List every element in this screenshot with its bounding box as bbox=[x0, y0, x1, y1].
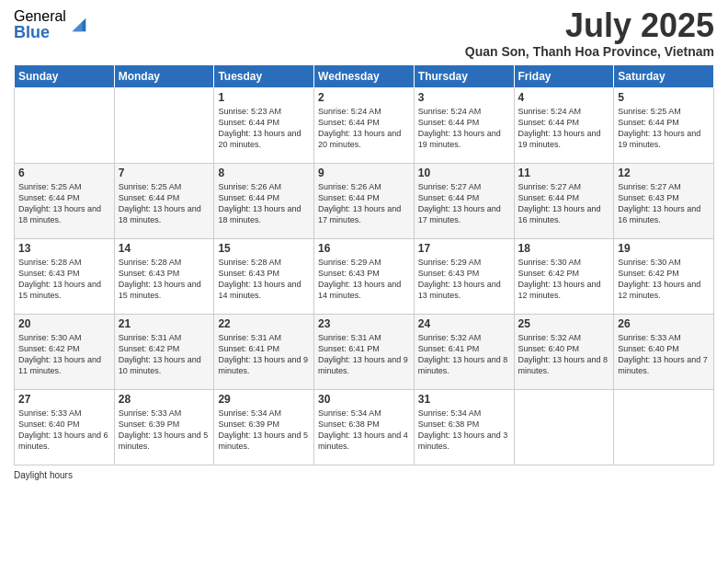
day-number: 14 bbox=[119, 242, 210, 255]
sunset-text: Sunset: 6:41 PM bbox=[318, 344, 380, 353]
cell-content: Sunrise: 5:31 AM Sunset: 6:41 PM Dayligh… bbox=[218, 332, 310, 377]
table-row: 28 Sunrise: 5:33 AM Sunset: 6:39 PM Dayl… bbox=[114, 390, 214, 465]
sunset-text: Sunset: 6:42 PM bbox=[18, 344, 80, 353]
table-row: 9 Sunrise: 5:26 AM Sunset: 6:44 PM Dayli… bbox=[314, 164, 415, 239]
sunset-text: Sunset: 6:42 PM bbox=[518, 269, 580, 278]
sunset-text: Sunset: 6:44 PM bbox=[518, 118, 580, 127]
footer-note: Daylight hours bbox=[14, 470, 714, 480]
daylight-text: Daylight: 13 hours and 5 minutes. bbox=[119, 431, 209, 451]
cell-content: Sunrise: 5:26 AM Sunset: 6:44 PM Dayligh… bbox=[318, 181, 410, 226]
sunset-text: Sunset: 6:43 PM bbox=[218, 269, 279, 278]
cell-content: Sunrise: 5:23 AM Sunset: 6:44 PM Dayligh… bbox=[218, 106, 310, 151]
day-number: 25 bbox=[518, 317, 610, 330]
sunset-text: Sunset: 6:44 PM bbox=[18, 193, 80, 202]
sunrise-text: Sunrise: 5:34 AM bbox=[218, 408, 281, 418]
cell-content: Sunrise: 5:34 AM Sunset: 6:38 PM Dayligh… bbox=[418, 408, 510, 453]
sunrise-text: Sunrise: 5:25 AM bbox=[18, 182, 82, 191]
sunset-text: Sunset: 6:40 PM bbox=[18, 419, 80, 429]
daylight-text: Daylight: 13 hours and 15 minutes. bbox=[18, 280, 101, 300]
daylight-text: Daylight: 13 hours and 19 minutes. bbox=[418, 129, 501, 149]
day-number: 18 bbox=[518, 242, 610, 255]
day-number: 28 bbox=[119, 393, 210, 406]
daylight-text: Daylight: 13 hours and 14 minutes. bbox=[318, 280, 401, 300]
table-row: 25 Sunrise: 5:32 AM Sunset: 6:40 PM Dayl… bbox=[514, 315, 614, 390]
sunrise-text: Sunrise: 5:33 AM bbox=[618, 333, 681, 342]
sunset-text: Sunset: 6:44 PM bbox=[218, 118, 279, 127]
cell-content: Sunrise: 5:27 AM Sunset: 6:43 PM Dayligh… bbox=[618, 181, 710, 226]
month-title: July 2025 bbox=[465, 9, 714, 42]
daylight-text: Daylight: 13 hours and 11 minutes. bbox=[18, 355, 101, 375]
daylight-text: Daylight: 13 hours and 6 minutes. bbox=[18, 431, 108, 451]
cell-content: Sunrise: 5:28 AM Sunset: 6:43 PM Dayligh… bbox=[218, 257, 310, 302]
sunrise-text: Sunrise: 5:23 AM bbox=[218, 107, 281, 116]
logo-text: General Blue bbox=[14, 9, 66, 40]
sunset-text: Sunset: 6:43 PM bbox=[418, 269, 480, 278]
day-number: 21 bbox=[119, 317, 210, 330]
calendar-table: Sunday Monday Tuesday Wednesday Thursday… bbox=[14, 64, 714, 465]
day-number: 19 bbox=[618, 242, 710, 255]
daylight-text: Daylight: 13 hours and 16 minutes. bbox=[618, 204, 700, 224]
sunrise-text: Sunrise: 5:24 AM bbox=[318, 107, 381, 116]
day-number: 24 bbox=[418, 317, 510, 330]
day-number: 31 bbox=[418, 393, 510, 406]
day-number: 10 bbox=[418, 167, 510, 179]
cell-content: Sunrise: 5:27 AM Sunset: 6:44 PM Dayligh… bbox=[418, 181, 510, 226]
cell-content: Sunrise: 5:24 AM Sunset: 6:44 PM Dayligh… bbox=[518, 106, 610, 151]
cell-content: Sunrise: 5:29 AM Sunset: 6:43 PM Dayligh… bbox=[418, 257, 510, 302]
cell-content: Sunrise: 5:24 AM Sunset: 6:44 PM Dayligh… bbox=[318, 106, 410, 151]
sunrise-text: Sunrise: 5:30 AM bbox=[518, 258, 582, 267]
table-row: 22 Sunrise: 5:31 AM Sunset: 6:41 PM Dayl… bbox=[214, 315, 314, 390]
cell-content: Sunrise: 5:29 AM Sunset: 6:43 PM Dayligh… bbox=[318, 257, 410, 302]
sunrise-text: Sunrise: 5:33 AM bbox=[18, 408, 82, 418]
sunrise-text: Sunrise: 5:28 AM bbox=[119, 258, 182, 267]
daylight-text: Daylight: 13 hours and 18 minutes. bbox=[18, 204, 101, 224]
day-number: 20 bbox=[18, 317, 110, 330]
table-row: 5 Sunrise: 5:25 AM Sunset: 6:44 PM Dayli… bbox=[614, 88, 714, 164]
table-row bbox=[614, 390, 714, 465]
sunrise-text: Sunrise: 5:26 AM bbox=[218, 182, 281, 191]
sunset-text: Sunset: 6:42 PM bbox=[119, 344, 180, 353]
cell-content: Sunrise: 5:30 AM Sunset: 6:42 PM Dayligh… bbox=[18, 332, 110, 377]
cell-content: Sunrise: 5:32 AM Sunset: 6:40 PM Dayligh… bbox=[518, 332, 610, 377]
daylight-text: Daylight: 13 hours and 12 minutes. bbox=[518, 280, 601, 300]
sunrise-text: Sunrise: 5:29 AM bbox=[318, 258, 381, 267]
sunset-text: Sunset: 6:39 PM bbox=[218, 419, 279, 429]
sunset-text: Sunset: 6:41 PM bbox=[218, 344, 279, 353]
sunrise-text: Sunrise: 5:32 AM bbox=[518, 333, 582, 342]
title-block: July 2025 Quan Son, Thanh Hoa Province, … bbox=[465, 9, 714, 59]
sunrise-text: Sunrise: 5:30 AM bbox=[618, 258, 681, 267]
cell-content: Sunrise: 5:25 AM Sunset: 6:44 PM Dayligh… bbox=[618, 106, 710, 151]
page: General Blue July 2025 Quan Son, Thanh H… bbox=[0, 0, 728, 563]
table-row: 15 Sunrise: 5:28 AM Sunset: 6:43 PM Dayl… bbox=[214, 239, 314, 315]
sunrise-text: Sunrise: 5:25 AM bbox=[119, 182, 182, 191]
sunrise-text: Sunrise: 5:32 AM bbox=[418, 333, 482, 342]
daylight-text: Daylight: 13 hours and 17 minutes. bbox=[418, 204, 501, 224]
day-number: 30 bbox=[318, 393, 410, 406]
table-row: 6 Sunrise: 5:25 AM Sunset: 6:44 PM Dayli… bbox=[15, 164, 115, 239]
sunrise-text: Sunrise: 5:26 AM bbox=[318, 182, 381, 191]
day-number: 6 bbox=[18, 167, 110, 179]
daylight-text: Daylight: 13 hours and 13 minutes. bbox=[418, 280, 501, 300]
col-friday: Friday bbox=[514, 65, 614, 88]
sunset-text: Sunset: 6:44 PM bbox=[418, 193, 480, 202]
table-row bbox=[15, 88, 115, 164]
daylight-text: Daylight: 13 hours and 19 minutes. bbox=[618, 129, 700, 149]
day-number: 2 bbox=[318, 91, 410, 104]
header: General Blue July 2025 Quan Son, Thanh H… bbox=[14, 9, 714, 59]
table-row: 2 Sunrise: 5:24 AM Sunset: 6:44 PM Dayli… bbox=[314, 88, 415, 164]
sunrise-text: Sunrise: 5:28 AM bbox=[18, 258, 82, 267]
cell-content: Sunrise: 5:26 AM Sunset: 6:44 PM Dayligh… bbox=[218, 181, 310, 226]
sunset-text: Sunset: 6:43 PM bbox=[618, 193, 679, 202]
table-row: 10 Sunrise: 5:27 AM Sunset: 6:44 PM Dayl… bbox=[414, 164, 514, 239]
calendar-week-row: 13 Sunrise: 5:28 AM Sunset: 6:43 PM Dayl… bbox=[15, 239, 714, 315]
table-row: 19 Sunrise: 5:30 AM Sunset: 6:42 PM Dayl… bbox=[614, 239, 714, 315]
sunrise-text: Sunrise: 5:31 AM bbox=[318, 333, 381, 342]
day-number: 1 bbox=[218, 91, 310, 104]
table-row: 16 Sunrise: 5:29 AM Sunset: 6:43 PM Dayl… bbox=[314, 239, 415, 315]
logo-general: General bbox=[14, 9, 66, 24]
col-saturday: Saturday bbox=[614, 65, 714, 88]
daylight-text: Daylight: 13 hours and 15 minutes. bbox=[119, 280, 201, 300]
sunrise-text: Sunrise: 5:28 AM bbox=[218, 258, 281, 267]
daylight-text: Daylight: 13 hours and 9 minutes. bbox=[318, 355, 408, 375]
table-row: 20 Sunrise: 5:30 AM Sunset: 6:42 PM Dayl… bbox=[15, 315, 115, 390]
